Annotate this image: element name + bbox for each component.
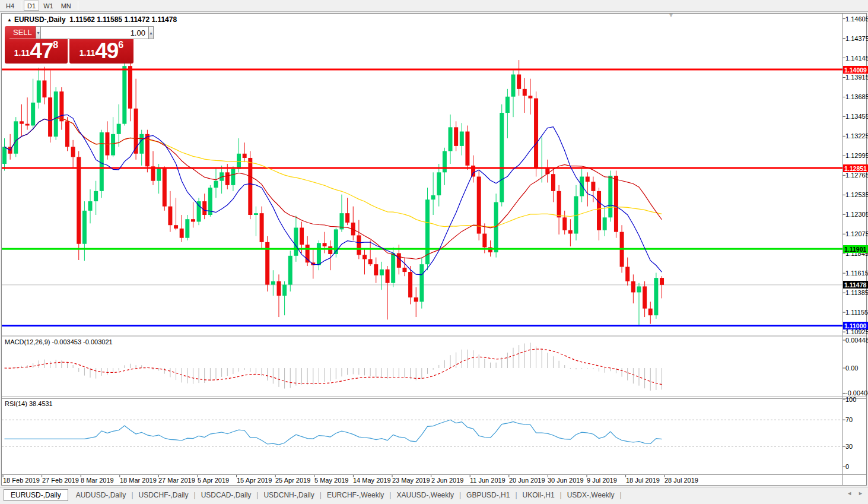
timeframe-button-d1[interactable]: D1 bbox=[24, 1, 39, 11]
chart-tab-xauusd-weekly[interactable]: XAUUSD-,Weekly bbox=[391, 490, 459, 500]
chart-symbol-label: EURUSD-,Daily bbox=[14, 15, 66, 24]
candle-body bbox=[328, 246, 332, 254]
candle-body bbox=[643, 286, 647, 308]
candle-body bbox=[528, 96, 532, 98]
candle-body bbox=[157, 168, 161, 181]
subwindow-collapse-icon[interactable]: ▲ bbox=[7, 17, 12, 23]
candle-body bbox=[545, 168, 549, 174]
lot-decrease-button[interactable]: ▼ bbox=[36, 26, 41, 39]
macd-axis-tick-label: 0.004481 bbox=[845, 337, 868, 344]
candle-body bbox=[603, 217, 607, 230]
candle-body bbox=[374, 264, 378, 275]
candle-body bbox=[88, 201, 93, 211]
macd-axis-tick-label: 0.00 bbox=[845, 364, 868, 372]
candle-body bbox=[122, 66, 126, 123]
candle-body bbox=[500, 113, 504, 202]
candle-body bbox=[562, 217, 567, 230]
candle-body bbox=[402, 268, 406, 272]
candle-body bbox=[128, 66, 132, 109]
rsi-axis-tick-label: 0 bbox=[845, 463, 868, 470]
candle-body bbox=[288, 256, 292, 285]
candle-body bbox=[357, 235, 361, 255]
chart-tab-eurchf-weekly[interactable]: EURCHF-,Weekly bbox=[322, 490, 389, 500]
candle-body bbox=[202, 201, 206, 215]
price-axis-tick-label: 1.13685 bbox=[845, 93, 868, 100]
price-axis-tick-label: 1.11385 bbox=[845, 289, 868, 296]
candle-body bbox=[94, 191, 98, 201]
candle-body bbox=[271, 281, 275, 285]
chart-tab-usdcnh-daily[interactable]: USDCNH-,Daily bbox=[258, 490, 319, 500]
rsi-axis-tick-label: 100 bbox=[845, 396, 868, 403]
chart-tab-usdchf-daily[interactable]: USDCHF-,Daily bbox=[133, 490, 194, 500]
price-level-badge: 1.11000 bbox=[843, 322, 868, 329]
candle-body bbox=[180, 229, 184, 238]
tab-scroll-right-icon[interactable]: ► bbox=[858, 490, 863, 496]
chart-canvas[interactable] bbox=[0, 0, 868, 504]
lot-increase-button[interactable]: ▲ bbox=[148, 26, 154, 39]
candle-body bbox=[625, 267, 629, 281]
date-axis-label: 18 Jul 2019 bbox=[626, 477, 660, 484]
candle-body bbox=[454, 127, 458, 146]
chart-tab-eurusd-daily[interactable]: EURUSD-,Daily bbox=[4, 489, 68, 501]
rsi-label: RSI(14) 38.4531 bbox=[5, 400, 53, 407]
candle-body bbox=[386, 270, 390, 283]
price-level-badge: 1.12851 bbox=[843, 164, 868, 172]
toolbar-separator bbox=[21, 1, 21, 10]
candle-body bbox=[511, 74, 516, 96]
timeframe-button-mn[interactable]: MN bbox=[58, 1, 75, 11]
candle-body bbox=[586, 177, 590, 182]
lot-size-control: ▼ ▲ bbox=[36, 26, 103, 39]
candle-body bbox=[31, 103, 35, 126]
price-axis-tick-label: 1.11155 bbox=[845, 309, 868, 316]
candle-body bbox=[225, 172, 230, 185]
candle-body bbox=[323, 243, 327, 246]
buy-price: 1.11496 bbox=[69, 39, 133, 62]
date-axis-label: 30 Jun 2019 bbox=[548, 477, 584, 484]
candle-body bbox=[654, 278, 658, 315]
chart-title: ▲EURUSD-,Daily 1.11562 1.11585 1.11472 1… bbox=[7, 15, 177, 24]
timeframe-button-w1[interactable]: W1 bbox=[40, 1, 57, 11]
candle-body bbox=[431, 195, 435, 199]
candle-body bbox=[134, 109, 138, 154]
price-axis-tick-label: 1.14605 bbox=[845, 15, 868, 23]
candle-body bbox=[65, 121, 69, 147]
date-axis-label: 23 May 2019 bbox=[392, 477, 430, 484]
candle-body bbox=[243, 154, 247, 158]
candle-body bbox=[248, 158, 252, 215]
price-axis-tick-label: 1.12995 bbox=[845, 152, 868, 159]
price-axis-tick-label: 1.12305 bbox=[845, 211, 868, 218]
candle-body bbox=[580, 177, 584, 196]
candle-body bbox=[408, 272, 412, 297]
candle-body bbox=[306, 245, 310, 262]
date-axis-label: 15 Apr 2019 bbox=[237, 477, 272, 484]
candle-body bbox=[380, 270, 384, 275]
price-level-badge: 1.11478 bbox=[843, 281, 868, 289]
chart-tab-usdx-weekly[interactable]: USDX-,Weekly bbox=[562, 490, 620, 500]
price-level-badge: 1.11901 bbox=[843, 245, 868, 253]
candle-body bbox=[557, 191, 561, 217]
candle-body bbox=[294, 228, 298, 256]
candle-body bbox=[419, 264, 424, 302]
candle-body bbox=[437, 172, 441, 195]
chart-tab-gbpusd-h1[interactable]: GBPUSD-,H1 bbox=[461, 490, 515, 500]
candle-body bbox=[282, 285, 287, 296]
chart-tab-usdcad-daily[interactable]: USDCAD-,Daily bbox=[196, 490, 257, 500]
spinner-up-icon: ▲ bbox=[149, 31, 153, 35]
candle-body bbox=[100, 132, 104, 191]
chart-tab-ukoil-h1[interactable]: UKOil-,H1 bbox=[517, 490, 560, 500]
chart-tab-audusd-daily[interactable]: AUDUSD-,Daily bbox=[71, 490, 132, 500]
candle-body bbox=[534, 99, 538, 169]
timeframe-button-h4[interactable]: H4 bbox=[2, 1, 18, 11]
candle-body bbox=[168, 207, 172, 226]
candle-body bbox=[523, 89, 527, 96]
date-axis-label: 11 Jun 2019 bbox=[470, 477, 505, 484]
candle-body bbox=[363, 255, 367, 259]
tab-scroll-controls: ◄ ► bbox=[847, 490, 863, 496]
candle-body bbox=[254, 213, 258, 215]
price-axis-tick-label: 1.14375 bbox=[845, 35, 868, 42]
tab-scroll-left-icon[interactable]: ◄ bbox=[847, 490, 852, 496]
candle-body bbox=[368, 259, 373, 265]
lot-size-input[interactable] bbox=[41, 26, 148, 39]
candle-body bbox=[20, 121, 24, 123]
scroll-to-end-icon[interactable]: ▼ bbox=[668, 12, 674, 18]
